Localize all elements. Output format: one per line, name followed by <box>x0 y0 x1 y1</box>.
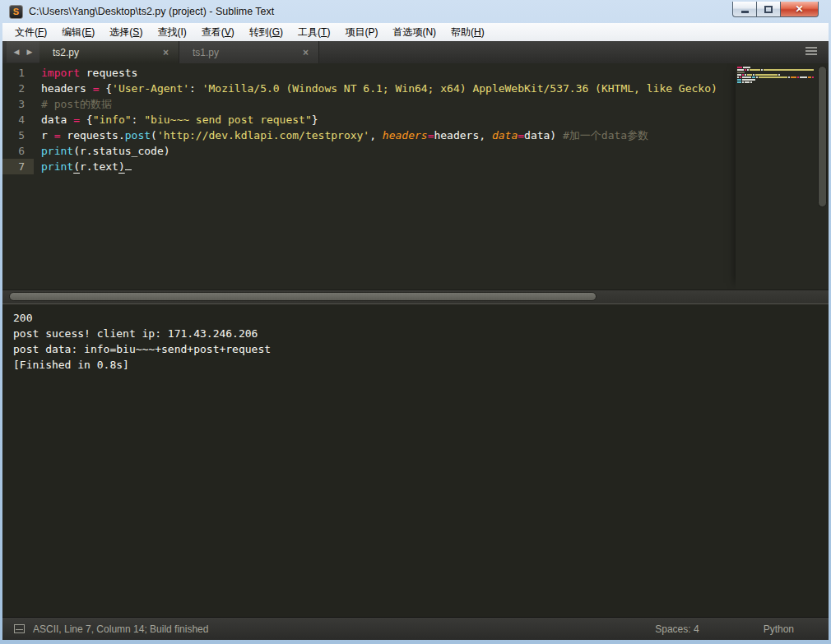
line-number: 6 <box>2 143 34 159</box>
tab-ts2py[interactable]: ts2.py× <box>39 41 179 63</box>
horizontal-scrollbar[interactable] <box>9 292 597 301</box>
code-line[interactable]: 7print(r.text) <box>2 159 829 174</box>
build-output-panel: 200post sucess! client ip: 171.43.246.20… <box>2 303 829 617</box>
tab-bar: ◀ ▶ ts2.py×ts1.py× <box>2 41 829 63</box>
code-line[interactable]: 1import requests <box>2 65 829 81</box>
menu-item-n[interactable]: 首选项(N) <box>385 23 443 42</box>
maximize-icon <box>764 6 773 13</box>
vertical-scrollbar[interactable] <box>818 66 827 207</box>
sublime-text-window: S C:\Users\Yang\Desktop\ts2.py (project)… <box>0 0 831 644</box>
tab-overflow-menu-icon[interactable] <box>805 47 817 55</box>
menu-item-v[interactable]: 查看(V) <box>194 23 242 42</box>
code-line[interactable]: 5r = requests.post('http://dev.kdlapi.co… <box>2 127 829 143</box>
sublime-text-icon: S <box>9 5 23 19</box>
menu-item-g[interactable]: 转到(G) <box>242 23 290 42</box>
minimize-icon <box>741 11 749 13</box>
window-controls: ✕ <box>732 2 819 17</box>
tab-strip: ts2.py×ts1.py× <box>39 41 319 63</box>
minimize-button[interactable] <box>732 2 757 17</box>
tab-label: ts1.py <box>193 47 299 58</box>
status-bar: ASCII, Line 7, Column 14; Build finished… <box>2 617 829 640</box>
line-number: 4 <box>2 112 34 127</box>
tab-close-icon[interactable]: × <box>299 47 312 58</box>
horizontal-scrollbar-track <box>2 290 829 303</box>
tab-close-icon[interactable]: × <box>160 47 172 58</box>
code-text: # post的数据 <box>34 96 112 112</box>
window-title: C:\Users\Yang\Desktop\ts2.py (project) -… <box>29 6 274 17</box>
menu-bar: 文件(F)编辑(E)选择(S)查找(I)查看(V)转到(G)工具(T)项目(P)… <box>2 23 829 41</box>
tab-label: ts2.py <box>53 47 160 58</box>
maximize-button[interactable] <box>757 2 781 17</box>
code-text: r = requests.post('http://dev.kdlapi.com… <box>34 127 648 143</box>
code-line[interactable]: 4data = {"info": "biu~~~ send post reque… <box>2 112 829 127</box>
line-number: 1 <box>2 65 34 81</box>
menu-item-t[interactable]: 工具(T) <box>290 23 337 42</box>
console-line: [Finished in 0.8s] <box>13 357 818 373</box>
code-line[interactable]: 3# post的数据 <box>2 96 829 112</box>
menu-item-p[interactable]: 项目(P) <box>337 23 385 42</box>
indent-setting[interactable]: Spaces: 4 <box>655 623 699 635</box>
tab-scroll-nav: ◀ ▶ <box>7 41 39 63</box>
console-line: post data: info=biu~~~+send+post+request <box>13 341 818 357</box>
console-output: 200post sucess! client ip: 171.43.246.20… <box>13 310 818 373</box>
line-number: 2 <box>2 81 34 96</box>
menu-item-f[interactable]: 文件(F) <box>7 23 54 42</box>
code-line[interactable]: 2headers = {'User-Agent': 'Mozilla/5.0 (… <box>2 81 829 96</box>
console-line: post sucess! client ip: 171.43.246.206 <box>13 326 818 341</box>
line-number: 7 <box>2 159 34 174</box>
console-line: 200 <box>13 310 818 326</box>
tab-scroll-left-icon[interactable]: ◀ <box>14 48 20 56</box>
menu-item-i[interactable]: 查找(I) <box>150 23 193 42</box>
code-text: import requests <box>34 65 137 81</box>
close-button[interactable]: ✕ <box>781 2 819 17</box>
close-icon: ✕ <box>795 4 803 14</box>
code-line[interactable]: 6print(r.status_code) <box>2 143 829 159</box>
code-area: 1import requests2headers = {'User-Agent'… <box>2 65 829 174</box>
minimap[interactable] <box>736 63 815 290</box>
menu-item-s[interactable]: 选择(S) <box>102 23 150 42</box>
title-bar[interactable]: S C:\Users\Yang\Desktop\ts2.py (project)… <box>2 0 829 23</box>
menu-item-h[interactable]: 帮助(H) <box>443 23 492 42</box>
code-text: print(r.text) <box>34 159 132 174</box>
status-text: ASCII, Line 7, Column 14; Build finished <box>33 623 655 635</box>
panel-toggle-icon[interactable] <box>14 624 25 633</box>
tab-ts1py[interactable]: ts1.py× <box>179 41 319 63</box>
syntax-setting[interactable]: Python <box>764 623 794 635</box>
line-number: 3 <box>2 96 34 112</box>
code-text: headers = {'User-Agent': 'Mozilla/5.0 (W… <box>34 81 717 96</box>
text-caret <box>125 159 132 170</box>
menu-item-e[interactable]: 编辑(E) <box>54 23 102 42</box>
tab-scroll-right-icon[interactable]: ▶ <box>27 48 33 56</box>
code-text: print(r.status_code) <box>34 143 170 159</box>
editor-pane[interactable]: 1import requests2headers = {'User-Agent'… <box>2 63 829 290</box>
code-text: data = {"info": "biu~~~ send post reques… <box>34 112 318 127</box>
line-number: 5 <box>2 127 34 143</box>
